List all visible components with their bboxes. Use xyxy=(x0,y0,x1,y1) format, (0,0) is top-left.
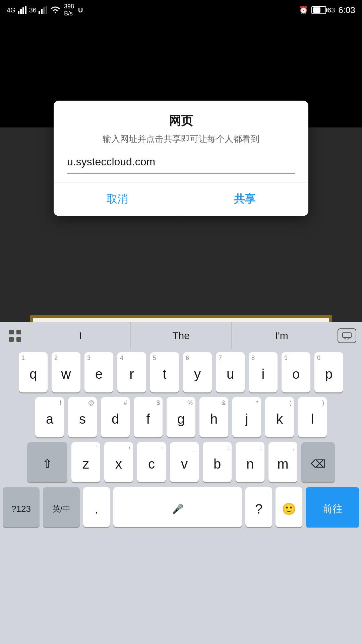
shift-key[interactable]: ⇧ xyxy=(27,442,67,482)
keyboard-row-3: ⇧ 'z /x -c _v :b ;n ,m ⌫ xyxy=(0,442,362,482)
dialog-container: 网页 输入网址并点击共享即可让每个人都看到 取消 共享 xyxy=(0,74,362,216)
key-c[interactable]: -c xyxy=(137,442,166,482)
status-bar-right: ⏰ 63 6:03 xyxy=(299,5,355,15)
dot-key[interactable]: . xyxy=(83,487,110,527)
svg-rect-3 xyxy=(25,6,26,14)
lang-label: 英/中 xyxy=(52,503,71,514)
svg-rect-1 xyxy=(20,9,22,14)
key-z[interactable]: 'z xyxy=(71,442,100,482)
keyboard-hide-button[interactable] xyxy=(332,322,362,349)
svg-rect-5 xyxy=(41,9,43,14)
signal-4g: 4G xyxy=(7,6,16,14)
svg-rect-7 xyxy=(46,6,47,14)
go-key[interactable]: 前往 xyxy=(306,487,359,527)
speed-indicator: 398B/s xyxy=(64,3,74,17)
key-k[interactable]: (k xyxy=(265,397,294,437)
backspace-key[interactable]: ⌫ xyxy=(301,442,335,482)
mic-icon: 🎤 xyxy=(172,503,184,515)
key-d[interactable]: #d xyxy=(101,397,130,437)
dialog-header: 网页 输入网址并点击共享即可让每个人都看到 xyxy=(54,101,308,150)
svg-rect-2 xyxy=(22,7,24,14)
wifi-icon xyxy=(50,5,61,15)
svg-rect-12 xyxy=(343,333,351,337)
keyboard-row-4: ?123 英/中 . 🎤 ? 🙂 前往 xyxy=(0,487,362,527)
svg-rect-9 xyxy=(16,330,21,334)
key-i[interactable]: 8i xyxy=(249,352,278,392)
signal-bars-2-icon xyxy=(39,5,48,15)
dot-label: . xyxy=(95,501,98,517)
grid-icon xyxy=(8,328,22,343)
key-b[interactable]: :b xyxy=(203,442,232,482)
key-q[interactable]: 1q xyxy=(19,352,48,392)
svg-rect-4 xyxy=(39,11,40,14)
key-g[interactable]: %g xyxy=(167,397,195,437)
key-e[interactable]: 3e xyxy=(84,352,113,392)
keyboard-suggestion-bar: I The I'm xyxy=(0,322,362,349)
clock: 6:03 xyxy=(338,5,355,15)
key-j[interactable]: *j xyxy=(232,397,261,437)
key-n[interactable]: ;n xyxy=(236,442,264,482)
svg-rect-10 xyxy=(9,337,14,342)
keyboard-row-1: 1q 2w 3e 4r 5t 6y 7u 8i 9o 0p xyxy=(0,352,362,392)
question-key[interactable]: ? xyxy=(245,487,272,527)
key-o[interactable]: 9o xyxy=(282,352,310,392)
cancel-button[interactable]: 取消 xyxy=(54,182,181,216)
emoji-key[interactable]: 🙂 xyxy=(276,487,302,527)
key-h[interactable]: &h xyxy=(199,397,228,437)
key-m[interactable]: ,m xyxy=(268,442,297,482)
battery-percent: 63 xyxy=(327,6,335,14)
key-v[interactable]: _v xyxy=(170,442,199,482)
key-s[interactable]: @s xyxy=(68,397,97,437)
suggestion-grid-button[interactable] xyxy=(0,322,30,349)
num-label: ?123 xyxy=(11,504,31,514)
key-y[interactable]: 6y xyxy=(183,352,212,392)
status-bar: 4G 36 398B/s U ⏰ 63 xyxy=(0,0,362,20)
emoji-icon: 🙂 xyxy=(282,502,296,516)
suggestion-word-1[interactable]: I xyxy=(30,322,131,349)
svg-rect-11 xyxy=(16,337,21,342)
hide-keyboard-icon xyxy=(338,328,356,343)
key-l[interactable]: )l xyxy=(298,397,327,437)
lang-key[interactable]: 英/中 xyxy=(43,487,80,527)
key-t[interactable]: 5t xyxy=(150,352,179,392)
confirm-button[interactable]: 共享 xyxy=(181,182,309,216)
keyboard-row-2: !a @s #d $f %g &h *j (k )l xyxy=(0,397,362,437)
signal-36: 36 xyxy=(29,6,37,14)
key-w[interactable]: 2w xyxy=(52,352,80,392)
status-bar-left: 4G 36 398B/s U xyxy=(7,3,83,17)
question-label: ? xyxy=(255,501,262,517)
num-key[interactable]: ?123 xyxy=(3,487,40,527)
dialog-buttons: 取消 共享 xyxy=(54,182,308,216)
suggestion-word-2[interactable]: The xyxy=(131,322,231,349)
alarm-icon: ⏰ xyxy=(299,6,308,14)
url-input[interactable] xyxy=(67,150,295,174)
battery-icon xyxy=(311,6,326,14)
svg-rect-6 xyxy=(43,7,45,14)
key-a[interactable]: !a xyxy=(35,397,64,437)
dialog-subtitle: 输入网址并点击共享即可让每个人都看到 xyxy=(67,133,295,145)
key-f[interactable]: $f xyxy=(134,397,163,437)
space-key[interactable]: 🎤 xyxy=(113,487,242,527)
chevron-down-icon xyxy=(342,332,352,339)
signal-bars-icon xyxy=(18,5,27,15)
svg-rect-0 xyxy=(18,11,19,14)
dialog-input-area[interactable] xyxy=(54,150,308,174)
svg-rect-8 xyxy=(9,330,14,334)
keyboard: 1q 2w 3e 4r 5t 6y 7u 8i 9o 0p !a @s #d $… xyxy=(0,349,362,644)
go-label: 前往 xyxy=(322,502,343,516)
key-p[interactable]: 0p xyxy=(314,352,343,392)
key-x[interactable]: /x xyxy=(104,442,133,482)
dialog: 网页 输入网址并点击共享即可让每个人都看到 取消 共享 xyxy=(54,101,308,216)
suggestion-word-3[interactable]: I'm xyxy=(232,322,332,349)
key-r[interactable]: 4r xyxy=(117,352,146,392)
key-u[interactable]: 7u xyxy=(216,352,245,392)
dialog-title: 网页 xyxy=(67,113,295,129)
carrier-label: U xyxy=(78,6,83,14)
